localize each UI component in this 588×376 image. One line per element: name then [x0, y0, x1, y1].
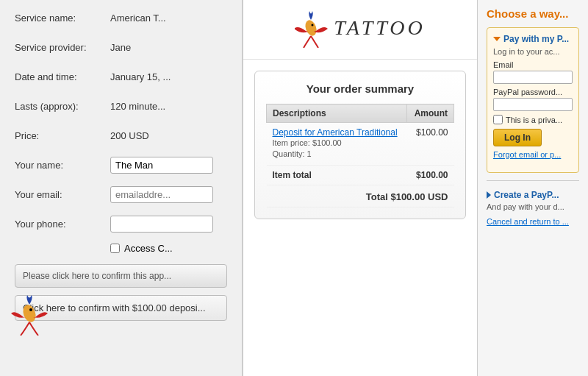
private-checkbox[interactable] [493, 115, 503, 124]
form-row: Date and time:January 15, ... [15, 66, 227, 87]
pay-with-paypal-title: Pay with my P... [493, 34, 573, 44]
triangle-right-icon [487, 191, 491, 199]
your-email-label: Your email: [15, 189, 110, 200]
form-label: Service provider: [15, 42, 110, 53]
form-label: Date and time: [15, 71, 110, 82]
form-row: Price:200 USD [15, 125, 227, 146]
pay-description: Log in to your ac... [493, 47, 573, 56]
svg-point-0 [21, 303, 37, 324]
form-value: Jane [110, 42, 131, 53]
form-row: Lasts (approx):120 minute... [15, 96, 227, 116]
your-email-row: Your email: [15, 184, 227, 205]
svg-point-2 [304, 18, 319, 37]
form-label: Lasts (approx): [15, 101, 110, 112]
email-field-label: Email [493, 60, 573, 69]
total-row: Total $100.00 USD [267, 185, 454, 207]
forgot-link[interactable]: Forgot email or p... [493, 150, 573, 159]
deposit-cell: Deposit for American Traditional Item pr… [267, 123, 407, 166]
login-button[interactable]: Log In [493, 129, 542, 146]
your-phone-input[interactable] [110, 216, 213, 233]
svg-point-3 [312, 24, 314, 26]
section-divider [487, 180, 579, 181]
your-phone-label: Your phone: [15, 219, 110, 230]
your-email-input[interactable] [110, 186, 213, 203]
tattoo-logo-text: TATTOO [334, 16, 426, 40]
left-panel: Service name:American T...Service provid… [0, 0, 243, 376]
svg-point-1 [29, 308, 32, 311]
tattoo-logo-bird-icon [295, 7, 328, 48]
access-checkbox-row: Access C... [15, 243, 227, 254]
item-price-text: Item price: $100.00 [273, 138, 342, 147]
private-checkbox-row: This is a priva... [493, 115, 573, 124]
deposit-link[interactable]: Deposit for American Traditional [273, 127, 398, 138]
form-label: Price: [15, 130, 110, 141]
your-name-input[interactable] [110, 157, 213, 174]
form-row: Service provider:Jane [15, 37, 227, 57]
access-checkbox-label: Access C... [124, 243, 173, 254]
your-name-label: Your name: [15, 160, 110, 171]
descriptions-header: Descriptions [267, 104, 407, 123]
form-value: January 15, ... [110, 71, 171, 82]
order-summary-box: Your order summary Descriptions Amount D… [254, 71, 466, 219]
amount-header: Amount [407, 104, 454, 123]
create-paypal-title: Create a PayP... [487, 190, 579, 200]
total-label: Total $100.00 USD [267, 185, 454, 207]
item-total-label: Item total [267, 165, 407, 185]
paypal-password-input[interactable] [493, 98, 573, 111]
form-value: 120 minute... [110, 101, 165, 112]
order-summary-title: Your order summary [266, 82, 454, 95]
deposit-amount-cell: $100.00 [407, 123, 454, 166]
cancel-link[interactable]: Cancel and return to ... [487, 217, 569, 226]
triangle-down-icon [493, 37, 501, 41]
access-checkbox[interactable] [110, 244, 120, 253]
bird-decoration-icon [11, 291, 48, 336]
confirm-text-button[interactable]: Please click here to confirm this app... [15, 264, 227, 288]
form-row: Service name:American T... [15, 7, 227, 28]
item-total-amount: $100.00 [407, 165, 454, 185]
password-field-label: PayPal password... [493, 88, 573, 96]
create-paypal-section: Create a PayP... And pay with your d... … [487, 187, 579, 230]
deposit-row: Deposit for American Traditional Item pr… [267, 123, 454, 166]
your-name-row: Your name: [15, 155, 227, 175]
order-table: Descriptions Amount Deposit for American… [266, 104, 454, 207]
form-value: American T... [110, 13, 166, 24]
quantity-text: Quantity: 1 [273, 149, 312, 158]
private-checkbox-label: This is a priva... [506, 116, 562, 124]
paypal-email-input[interactable] [493, 71, 573, 84]
right-panel: Choose a way... Pay with my P... Log in … [478, 0, 588, 376]
pay-with-paypal-section: Pay with my P... Log in to your ac... Em… [487, 27, 579, 173]
create-description: And pay with your d... [487, 202, 579, 211]
your-phone-row: Your phone: [15, 213, 227, 234]
form-value: 200 USD [110, 130, 149, 141]
middle-panel: TATTOO Your order summary Descriptions A… [243, 0, 478, 376]
tattoo-header: TATTOO [243, 0, 477, 60]
item-total-row: Item total $100.00 [267, 165, 454, 185]
form-label: Service name: [15, 13, 110, 24]
choose-way-title: Choose a way... [487, 7, 579, 20]
